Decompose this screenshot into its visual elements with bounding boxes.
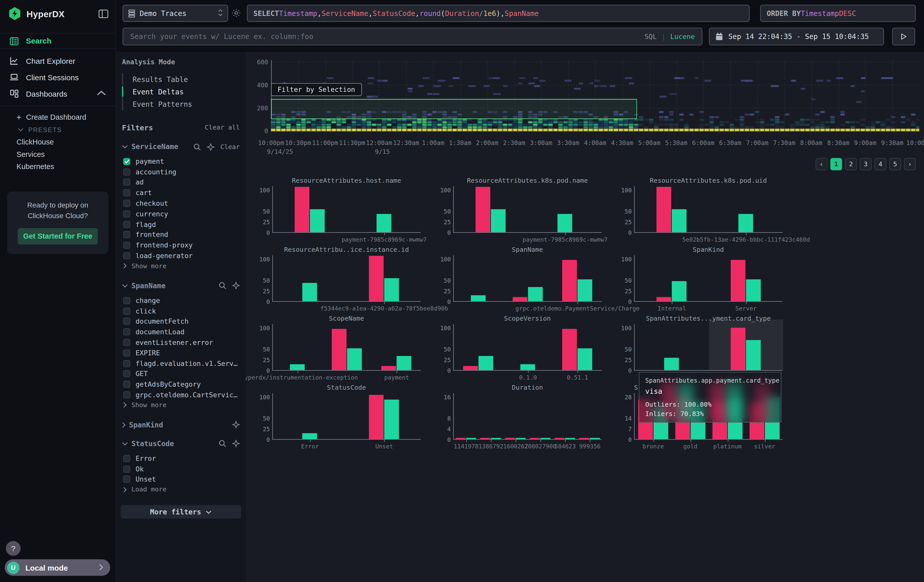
checkbox[interactable] [123,360,130,367]
checkbox[interactable] [123,350,130,356]
filter-option-accounting[interactable]: accounting [121,167,241,177]
filter-option-expire[interactable]: EXPIRE [121,348,241,358]
inliers-bar[interactable] [310,209,325,232]
outliers-bar[interactable] [731,328,745,370]
outliers-bar[interactable] [332,329,346,370]
show-more-button[interactable]: Show more [121,400,241,410]
inliers-bar[interactable] [672,281,686,302]
checkbox[interactable] [123,200,130,207]
inliers-bar[interactable] [746,340,761,370]
checkbox[interactable] [123,318,130,325]
preset-kubernetes[interactable]: Kubernetes [0,160,116,173]
inliers-bar[interactable] [578,348,592,370]
inliers-bar[interactable] [302,283,317,301]
outliers-bar[interactable] [530,438,540,439]
search-icon[interactable] [219,282,226,290]
preset-services[interactable]: Services [0,148,116,160]
checkbox[interactable] [123,158,130,165]
page-button-4[interactable]: 4 [874,158,886,170]
outliers-bar[interactable] [476,187,490,232]
bar-chart-resourceattribu-ice-instance-id[interactable]: ResourceAttribu..ice.instance.id10050250… [252,246,433,315]
sidebar-item-client-sessions[interactable]: Client Sessions [0,69,116,86]
filter-option-load-generator[interactable]: load-generator [121,251,241,261]
inliers-bar[interactable] [347,348,362,370]
filter-option-cart[interactable]: cart [121,188,241,198]
filter-option-checkout[interactable]: checkout [121,198,241,208]
help-button[interactable]: ? [6,541,20,556]
create-dashboard-button[interactable]: + Create Dashboard [0,111,116,123]
analysis-mode-option-results-table[interactable]: Results Table [123,73,241,86]
inliers-bar[interactable] [565,438,575,439]
search-icon[interactable] [193,143,201,150]
gear-icon[interactable] [231,8,241,20]
filter-option-error[interactable]: Error [121,453,241,463]
outliers-bar[interactable] [562,260,577,301]
inliers-bar[interactable] [478,356,493,370]
filter-group-spanname[interactable]: SpanName [121,282,241,290]
filter-option-ok[interactable]: Ok [121,463,241,474]
page-button-1[interactable]: 1 [830,158,842,170]
inliers-bar[interactable] [540,438,550,439]
source-select[interactable]: Demo Traces [122,5,228,22]
filter-option-currency[interactable]: currency [121,208,241,219]
sql-select-input[interactable]: SELECT Timestamp, ServiceName, StatusCod… [247,5,750,22]
inliers-bar[interactable] [520,364,535,370]
show-more-button[interactable]: Show more [121,261,241,271]
filter-option-grpc-oteldemo-cartservic-[interactable]: grpc.oteldemo.CartServic… [121,390,241,400]
checkbox[interactable] [123,465,130,472]
outliers-bar[interactable] [369,256,384,301]
inliers-bar[interactable] [672,209,686,232]
checkbox[interactable] [123,476,130,483]
analysis-mode-option-event-deltas[interactable]: Event Deltas [123,86,241,98]
page-button-5[interactable]: 5 [889,158,901,170]
outliers-bar[interactable] [505,438,515,439]
filter-option-ad[interactable]: ad [121,177,241,188]
more-filters-button[interactable]: More filters [121,505,241,519]
checkbox[interactable] [123,210,130,218]
checkbox[interactable] [123,252,130,259]
filter-option-frontend[interactable]: frontend [121,229,241,240]
outliers-bar[interactable] [513,297,527,301]
outliers-bar[interactable] [369,395,384,439]
checkbox[interactable] [123,391,130,399]
load-more-button[interactable]: Load more [121,485,241,495]
filter-option-frontend-proxy[interactable]: frontend-proxy [121,240,241,251]
bar-chart-statuscode[interactable]: StatusCode10050250ErrorUnset [252,384,433,453]
pin-icon[interactable] [232,282,240,290]
pin-icon[interactable] [232,421,240,429]
filter-option-get[interactable]: GET [121,369,241,379]
filter-option-unset[interactable]: Unset [121,474,241,485]
inliers-bar[interactable] [290,364,305,370]
outliers-bar[interactable] [463,366,478,370]
search-icon[interactable] [219,440,226,448]
inliers-bar[interactable] [738,214,753,232]
inliers-bar[interactable] [491,209,505,232]
page-button-3[interactable]: 3 [860,158,872,170]
pin-icon[interactable] [232,440,240,448]
inliers-bar[interactable] [491,438,501,439]
filter-group-spankind[interactable]: SpanKind [121,421,241,429]
bar-chart-spankind[interactable]: SpanKind10050250InternalServer [614,246,794,315]
outliers-bar[interactable] [657,187,671,232]
checkbox[interactable] [123,189,130,196]
inliers-bar[interactable] [396,356,411,370]
sql-toggle[interactable]: SQL [644,32,657,41]
sidebar-item-dashboards[interactable]: Dashboards [0,86,116,102]
page-prev-button[interactable]: ‹ [815,158,827,170]
filter-option-documentload[interactable]: documentLoad [121,326,241,337]
checkbox[interactable] [123,297,130,304]
outliers-bar[interactable] [657,297,671,301]
inliers-bar[interactable] [384,278,399,301]
checkbox[interactable] [123,371,130,378]
inliers-bar[interactable] [384,400,399,439]
presets-toggle[interactable]: PRESETS [0,123,116,136]
checkbox[interactable] [123,381,130,388]
checkbox[interactable] [123,168,130,175]
collapse-sidebar-icon[interactable] [98,9,109,18]
sidebar-item-chart-explorer[interactable]: Chart Explorer [0,53,116,69]
bar-chart-spanname[interactable]: SpanName10050250grpc.oteldemo.PaymentSer… [433,246,614,315]
account-menu[interactable]: U Local mode [5,559,110,576]
run-query-button[interactable] [892,28,915,45]
checkbox[interactable] [123,231,130,238]
clear-all-button[interactable]: Clear all [205,124,240,131]
